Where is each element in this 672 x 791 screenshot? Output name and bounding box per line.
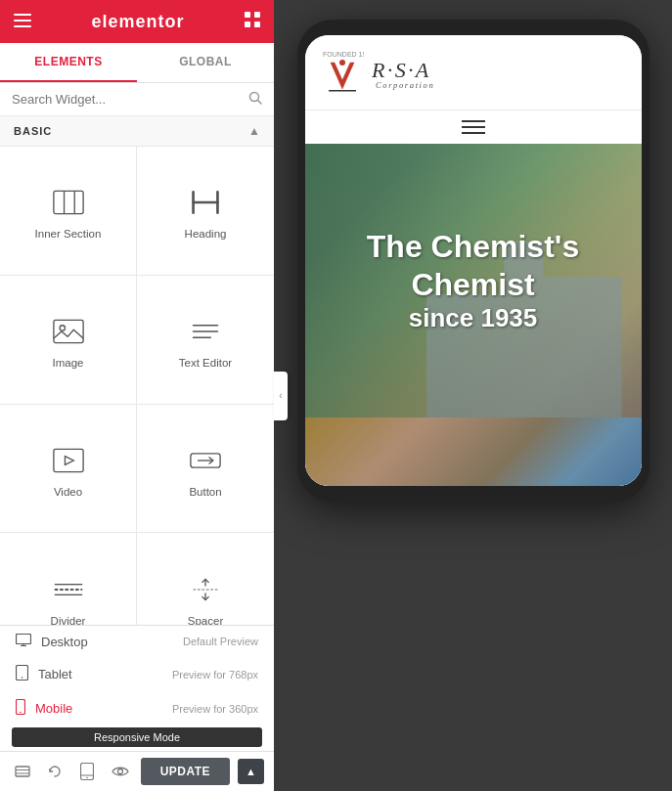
search-icon xyxy=(248,91,262,108)
tab-global[interactable]: GLOBAL xyxy=(137,43,274,82)
svg-rect-20 xyxy=(53,449,82,471)
hero-heading: The Chemist's Chemist xyxy=(305,228,642,303)
widget-heading[interactable]: Heading xyxy=(137,147,274,276)
widget-text-editor[interactable]: Text Editor xyxy=(137,276,274,405)
heading-label: Heading xyxy=(185,228,227,240)
divider-icon xyxy=(51,572,86,607)
device-desktop[interactable]: Desktop Default Preview xyxy=(0,626,274,657)
mobile-desc: Preview for 360px xyxy=(172,703,258,715)
responsive-tooltip: Responsive Mode xyxy=(12,727,262,747)
phone-frame: FOUNDED 1935 R·S·A Corporation xyxy=(297,20,650,502)
desktop-label: Desktop xyxy=(41,635,183,649)
bottom-bar: Desktop Default Preview Tablet Preview f… xyxy=(0,625,274,791)
content-image xyxy=(305,417,642,486)
image-label: Image xyxy=(53,357,84,369)
hero-subheading: since 1935 xyxy=(305,303,642,333)
button-label: Button xyxy=(189,486,221,498)
spacer-icon xyxy=(188,572,223,607)
svg-rect-4 xyxy=(254,12,260,18)
hero-text: The Chemist's Chemist since 1935 xyxy=(305,228,642,333)
site-nav xyxy=(305,110,642,144)
heading-icon xyxy=(188,185,223,220)
mobile-icon xyxy=(16,699,25,718)
svg-text:FOUNDED 1935: FOUNDED 1935 xyxy=(323,51,364,58)
svg-rect-1 xyxy=(14,20,31,22)
device-tablet[interactable]: Tablet Preview for 768px xyxy=(0,657,274,691)
device-mobile[interactable]: Mobile Preview for 360px xyxy=(0,691,274,725)
panel-header: elementor xyxy=(0,0,274,43)
image-icon xyxy=(51,314,86,349)
widget-video[interactable]: Video xyxy=(0,405,137,534)
update-arrow-button[interactable]: ▲ xyxy=(238,759,264,784)
grid-icon[interactable] xyxy=(245,12,260,31)
content-section xyxy=(305,417,642,486)
search-bar xyxy=(0,83,274,116)
svg-text:R·S·A: R·S·A xyxy=(372,59,431,83)
elementor-logo: elementor xyxy=(91,12,184,32)
eye-preview-icon[interactable] xyxy=(108,758,133,785)
hero-section: The Chemist's Chemist since 1935 xyxy=(305,144,642,417)
right-panel: FOUNDED 1935 R·S·A Corporation xyxy=(274,0,672,791)
svg-rect-42 xyxy=(16,767,29,776)
desktop-desc: Default Preview xyxy=(183,636,258,647)
svg-point-46 xyxy=(86,777,88,779)
site-header: FOUNDED 1935 R·S·A Corporation xyxy=(305,35,642,110)
svg-rect-0 xyxy=(14,14,31,16)
video-icon xyxy=(51,443,86,478)
desktop-icon xyxy=(16,634,31,649)
rsa-corporation-logo: R·S·A Corporation xyxy=(372,53,479,92)
svg-rect-6 xyxy=(254,22,260,27)
text-editor-label: Text Editor xyxy=(179,357,232,369)
undo-icon[interactable] xyxy=(42,758,67,785)
layers-icon[interactable] xyxy=(10,758,34,785)
section-toggle-icon[interactable]: ▲ xyxy=(248,124,260,138)
collapse-handle[interactable]: ‹ xyxy=(274,372,288,420)
svg-line-8 xyxy=(258,101,262,105)
site-logo: FOUNDED 1935 R·S·A Corporation xyxy=(321,45,626,100)
svg-rect-35 xyxy=(17,635,31,644)
phone-screen: FOUNDED 1935 R·S·A Corporation xyxy=(305,35,642,486)
left-panel: elementor ELEMENTS GLOBAL BASIC ▲ xyxy=(0,0,274,791)
svg-rect-52 xyxy=(329,90,356,92)
svg-marker-50 xyxy=(331,63,354,89)
widget-button[interactable]: Button xyxy=(137,405,274,534)
svg-text:Corporation: Corporation xyxy=(375,81,433,91)
hamburger-menu-icon[interactable] xyxy=(14,12,31,32)
svg-rect-15 xyxy=(53,321,82,343)
svg-rect-5 xyxy=(245,22,250,27)
tablet-desc: Preview for 768px xyxy=(172,669,258,681)
collapse-icon: ‹ xyxy=(279,390,282,401)
mobile-label: Mobile xyxy=(35,701,172,716)
update-button[interactable]: UPDATE xyxy=(141,758,230,785)
widget-inner-section[interactable]: Inner Section xyxy=(0,147,137,276)
basic-section-header: BASIC ▲ xyxy=(0,116,274,147)
site-hamburger-icon[interactable] xyxy=(462,120,485,134)
action-bar: UPDATE ▲ xyxy=(0,751,274,791)
svg-rect-3 xyxy=(245,12,250,18)
text-editor-icon xyxy=(188,314,223,349)
inner-section-label: Inner Section xyxy=(35,228,102,240)
device-preview-icon[interactable] xyxy=(74,758,99,785)
svg-rect-9 xyxy=(53,192,82,214)
search-input[interactable] xyxy=(12,92,248,107)
widget-image[interactable]: Image xyxy=(0,276,137,405)
button-icon xyxy=(188,443,223,478)
svg-point-41 xyxy=(20,712,22,714)
svg-rect-2 xyxy=(14,25,31,27)
svg-marker-21 xyxy=(65,457,73,465)
svg-point-51 xyxy=(339,60,345,66)
basic-section-title: BASIC xyxy=(14,125,52,137)
video-label: Video xyxy=(54,486,82,498)
tab-elements[interactable]: ELEMENTS xyxy=(0,43,137,82)
svg-point-16 xyxy=(60,326,65,330)
logo-v-icon: FOUNDED 1935 xyxy=(321,45,364,100)
panel-tabs: ELEMENTS GLOBAL xyxy=(0,43,274,83)
svg-point-48 xyxy=(117,769,122,774)
svg-point-39 xyxy=(22,677,23,679)
device-options: Desktop Default Preview Tablet Preview f… xyxy=(0,626,274,725)
tablet-icon xyxy=(16,665,28,683)
tablet-label: Tablet xyxy=(38,667,172,681)
inner-section-icon xyxy=(51,185,86,220)
